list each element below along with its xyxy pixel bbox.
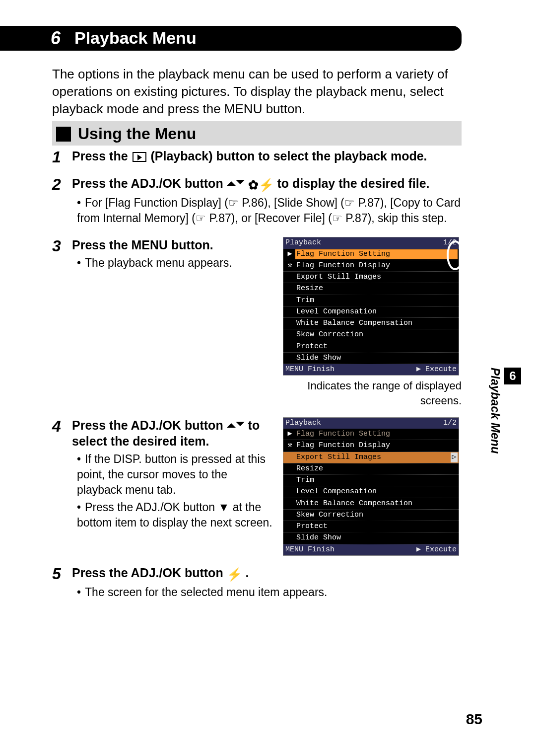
macro-icon: ✿ bbox=[248, 177, 259, 194]
step-bullet-list: The screen for the selected menu item ap… bbox=[77, 585, 462, 600]
section-title: Using the Menu bbox=[78, 123, 196, 145]
step-number: 3 bbox=[52, 237, 72, 408]
side-tab-label: Playback Menu bbox=[489, 368, 502, 454]
menu-item: Trim bbox=[295, 296, 458, 305]
menu-item: Slide Show bbox=[295, 353, 458, 363]
menu-footer-right: Execute bbox=[416, 545, 457, 555]
intro-text: The options in the playback menu can be … bbox=[52, 66, 462, 118]
menu-item: Protect bbox=[295, 342, 458, 352]
step-number: 4 bbox=[52, 417, 72, 556]
right-cursor-icon: ▷ bbox=[451, 453, 458, 462]
down-icon bbox=[236, 422, 245, 431]
menu-1-caption: Indicates the range of displayed screens… bbox=[283, 378, 462, 408]
setup-tab-icon: ⚒ bbox=[284, 441, 295, 451]
step-number: 1 bbox=[52, 148, 72, 166]
chapter-number: 6 bbox=[51, 26, 74, 51]
step-heading: Press the ADJ./OK button to select the d… bbox=[72, 417, 273, 450]
menu-title: Playback bbox=[285, 238, 321, 248]
step-bullet: Press the ADJ./OK button ▼ at the bottom… bbox=[77, 500, 273, 530]
flash-icon: ⚡ bbox=[227, 567, 242, 583]
step-bullet-list: For [Flag Function Display] (☞ P.86), [S… bbox=[77, 195, 462, 226]
chapter-title: Playback Menu bbox=[74, 27, 197, 50]
steps-list: 1 Press the (Playback) button to select … bbox=[52, 148, 462, 611]
menu-footer-left: MENU Finish bbox=[285, 365, 335, 375]
down-icon bbox=[236, 180, 245, 189]
step-bullet: For [Flag Function Display] (☞ P.86), [S… bbox=[77, 195, 462, 226]
menu-item: Flag Function Display bbox=[295, 261, 458, 271]
step-1: 1 Press the (Playback) button to select … bbox=[52, 148, 462, 166]
menu-footer-right: Execute bbox=[416, 365, 457, 375]
menu-item: Flag Function Setting bbox=[295, 429, 458, 439]
menu-item: Skew Correction bbox=[295, 330, 458, 340]
page-number: 85 bbox=[466, 709, 482, 730]
callout-ring-icon bbox=[447, 240, 464, 270]
step-bullet: If the DISP. button is pressed at this p… bbox=[77, 452, 273, 498]
menu-item-selected: Export Still Images bbox=[295, 453, 451, 462]
section-heading: Using the Menu bbox=[52, 121, 462, 146]
step-4: 4 Press the ADJ./OK button to select the… bbox=[52, 417, 462, 556]
step-bullet: The screen for the selected menu item ap… bbox=[77, 585, 462, 600]
menu-item: White Balance Compensation bbox=[295, 318, 458, 328]
menu-item: Skew Correction bbox=[295, 510, 458, 520]
menu-item: Flag Function Setting bbox=[295, 249, 458, 259]
chapter-header: 6 Playback Menu bbox=[0, 26, 462, 51]
menu-item: Flag Function Display bbox=[295, 441, 458, 451]
step-3: 3 Press the MENU button. The playback me… bbox=[52, 237, 462, 408]
playback-menu-screenshot-2: Playback 1/2 ▶Flag Function Setting ⚒Fla… bbox=[283, 417, 459, 556]
step-heading: Press the ADJ./OK button ⚡ . bbox=[72, 565, 462, 583]
up-icon bbox=[227, 177, 236, 186]
menu-page: 1/2 bbox=[443, 418, 457, 428]
playback-menu-screenshot-1: Playback 1/2 ▶Flag Function Setting ⚒Fla… bbox=[283, 237, 459, 376]
step-heading: Press the (Playback) button to select th… bbox=[72, 148, 462, 164]
up-icon bbox=[227, 419, 236, 428]
play-tab-icon: ▶ bbox=[284, 429, 295, 439]
menu-item: Resize bbox=[295, 284, 458, 294]
setup-tab-icon: ⚒ bbox=[284, 261, 295, 271]
menu-item: Level Compensation bbox=[295, 487, 458, 497]
menu-title: Playback bbox=[285, 418, 321, 428]
menu-item: Protect bbox=[295, 522, 458, 531]
menu-item: Resize bbox=[295, 464, 458, 474]
step-number: 2 bbox=[52, 175, 72, 228]
menu-item: Export Still Images bbox=[295, 272, 458, 282]
menu-item: Slide Show bbox=[295, 533, 458, 543]
side-tab-number: 6 bbox=[504, 368, 521, 384]
step-bullet-list: The playback menu appears. bbox=[77, 255, 273, 271]
step-heading: Press the MENU button. bbox=[72, 237, 273, 253]
step-number: 5 bbox=[52, 565, 72, 603]
side-tab: 6 Playback Menu bbox=[487, 368, 521, 454]
step-5: 5 Press the ADJ./OK button ⚡ . The scree… bbox=[52, 565, 462, 603]
step-bullet: The playback menu appears. bbox=[77, 255, 273, 271]
step-2: 2 Press the ADJ./OK button ✿⚡ to display… bbox=[52, 175, 462, 228]
step-heading: Press the ADJ./OK button ✿⚡ to display t… bbox=[72, 175, 462, 194]
step-bullet-list: If the DISP. button is pressed at this p… bbox=[77, 452, 273, 530]
flash-icon: ⚡ bbox=[259, 177, 274, 194]
section-square-icon bbox=[56, 127, 71, 142]
menu-item: Level Compensation bbox=[295, 307, 458, 317]
play-tab-icon: ▶ bbox=[284, 249, 295, 259]
playback-icon bbox=[133, 152, 146, 162]
menu-footer-left: MENU Finish bbox=[285, 545, 335, 555]
menu-item: Trim bbox=[295, 475, 458, 485]
menu-item: White Balance Compensation bbox=[295, 499, 458, 509]
